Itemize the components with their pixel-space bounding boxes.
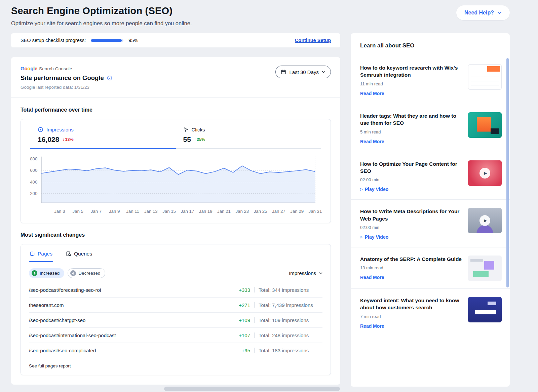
svg-text:Jan 21: Jan 21 (217, 209, 231, 214)
need-help-label: Need Help? (464, 10, 494, 16)
card-title: Site performance on Google (21, 74, 104, 82)
article-thumbnail[interactable]: ▶ (468, 208, 502, 233)
article-thumbnail[interactable] (468, 112, 502, 138)
article-title: How to Optimize Your Page Content for SE… (360, 160, 462, 175)
svg-text:Jan 29: Jan 29 (290, 209, 304, 214)
sort-label: Impressions (289, 270, 316, 276)
need-help-button[interactable]: Need Help? (456, 5, 510, 20)
column-divider (254, 302, 255, 308)
change-delta: +333 (233, 287, 250, 293)
article-action-link[interactable]: Read More (360, 91, 384, 96)
chevron-down-icon (319, 272, 322, 275)
svg-text:Jan 19: Jan 19 (199, 209, 213, 214)
impressions-value: 16,028 (38, 135, 59, 144)
page-title: Search Engine Optimization (SEO) (11, 5, 192, 16)
table-row[interactable]: /seo-podcast/international-seo-podcast +… (29, 328, 322, 343)
article-thumbnail[interactable]: ▶ (468, 160, 502, 186)
column-divider (254, 332, 255, 338)
change-total: Total: 109 impressions (259, 317, 322, 323)
svg-text:600: 600 (30, 168, 37, 173)
full-pages-report-link[interactable]: See full pages report (29, 363, 71, 368)
significant-changes-card: Pages Queries Increased (21, 244, 331, 375)
column-divider (254, 317, 255, 323)
article-card[interactable]: How to Write Meta Descriptions for Your … (351, 199, 510, 247)
change-total: Total: 248 impressions (259, 332, 322, 338)
tab-queries[interactable]: Queries (65, 244, 93, 262)
svg-text:Jan 11: Jan 11 (126, 209, 139, 214)
tab-queries-label: Queries (74, 251, 92, 257)
tab-pages-label: Pages (38, 251, 52, 257)
filter-increased-chip[interactable]: Increased (29, 268, 64, 278)
svg-text:200: 200 (30, 191, 37, 196)
search-console-label: Search Console (39, 66, 72, 71)
article-action-link[interactable]: ▷ Play Video (360, 187, 388, 192)
video-play-button[interactable]: ▶ (468, 160, 502, 186)
article-action-link[interactable]: Read More (360, 323, 384, 329)
checklist-progress-percent: 95% (128, 38, 138, 43)
changes-section-title: Most significant changes (21, 232, 331, 238)
article-meta: 13 min read (360, 265, 462, 270)
table-row[interactable]: theseorant.com +271 Total: 7,439 impress… (29, 298, 322, 313)
svg-text:Jan 7: Jan 7 (91, 209, 102, 214)
clicks-delta: 25% (194, 137, 205, 142)
play-icon: ▷ (360, 188, 363, 191)
setup-progress-fill (91, 39, 122, 42)
article-meta: 02:00 min (360, 225, 462, 230)
continue-setup-link[interactable]: Continue Setup (295, 38, 331, 43)
sort-dropdown[interactable]: Impressions (289, 270, 322, 276)
table-row[interactable]: /seo-podcast/forecasting-seo-roi +333 To… (29, 282, 322, 298)
page-header: Search Engine Optimization (SEO) Optimiz… (11, 5, 510, 27)
table-row[interactable]: /seo-podcast/seo-complicated +95 Total: … (29, 343, 322, 358)
svg-text:800: 800 (30, 156, 37, 161)
date-range-dropdown[interactable]: Last 30 Days (275, 66, 331, 78)
article-thumbnail[interactable] (468, 64, 502, 90)
article-meta: 5 min read (360, 129, 462, 134)
change-total: Total: 183 impressions (259, 348, 322, 353)
article-action-link[interactable]: Read More (360, 139, 384, 144)
page-subtitle: Optimize your site for search engines so… (11, 20, 192, 27)
article-action-label: Read More (360, 275, 384, 280)
sidebar-title: Learn all about SEO (351, 33, 510, 56)
table-row[interactable]: /seo-podcast/chatgpt-seo +109 Total: 109… (29, 313, 322, 328)
article-thumbnail[interactable] (468, 256, 502, 281)
article-thumbnail[interactable] (468, 297, 502, 322)
svg-text:Jan 15: Jan 15 (162, 209, 176, 214)
setup-progress-bar (91, 39, 123, 42)
video-play-button[interactable]: ▶ (468, 208, 502, 233)
column-divider (254, 348, 255, 353)
article-card[interactable]: Header tags: What they are and how to us… (351, 104, 510, 152)
svg-text:Jan 5: Jan 5 (73, 209, 83, 214)
play-icon: ▶ (479, 168, 490, 179)
article-action-label: Play Video (365, 187, 389, 192)
article-action-link[interactable]: ▷ Play Video (360, 234, 388, 240)
sidebar-scrollbar[interactable] (506, 58, 509, 287)
svg-text:Jan 9: Jan 9 (109, 209, 120, 214)
article-action-link[interactable]: Read More (360, 275, 384, 280)
google-logo-word: Google (21, 66, 37, 71)
article-title: Keyword intent: What you need to know ab… (360, 297, 462, 311)
svg-text:Jan 13: Jan 13 (144, 209, 158, 214)
article-card[interactable]: How to Optimize Your Page Content for SE… (351, 152, 510, 200)
article-card[interactable]: Anatomy of the SERP: A Complete Guide 13… (351, 247, 510, 288)
play-icon: ▶ (479, 215, 490, 226)
impressions-target-icon (38, 127, 43, 132)
site-performance-card: Google Search Console Site performance o… (11, 57, 340, 385)
horizontal-scrollbar[interactable] (164, 387, 340, 391)
filter-decreased-label: Decreased (78, 271, 100, 276)
tab-pages[interactable]: Pages (29, 244, 53, 262)
change-delta: +271 (233, 302, 250, 308)
tab-clicks[interactable]: Clicks 55 25% (176, 119, 321, 149)
arrow-down-circle-icon (70, 270, 76, 276)
svg-text:Jan 23: Jan 23 (235, 209, 249, 214)
article-meta: 7 min read (360, 314, 462, 319)
article-card[interactable]: Keyword intent: What you need to know ab… (351, 288, 510, 337)
main-column: SEO setup checklist progress: 95% Contin… (11, 33, 340, 391)
tab-impressions[interactable]: Impressions 16,028 13% (30, 119, 176, 149)
clicks-label: Clicks (192, 127, 205, 132)
article-card[interactable]: How to do keyword research with Wix's Se… (351, 56, 510, 104)
filter-decreased-chip[interactable]: Decreased (68, 268, 105, 278)
chevron-down-icon (497, 11, 502, 14)
article-action-label: Play Video (365, 234, 389, 240)
info-icon[interactable] (107, 75, 112, 81)
svg-text:Jan 31: Jan 31 (309, 209, 322, 214)
